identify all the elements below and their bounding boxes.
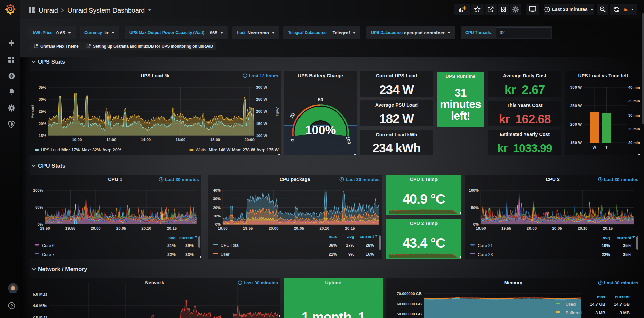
svg-text:19%: 19% [602, 243, 610, 248]
svg-text:User: User [221, 252, 229, 257]
svg-text:20:10: 20:10 [319, 226, 329, 230]
svg-text:19:50: 19:50 [218, 226, 227, 230]
svg-text:14.7 GB: 14.7 GB [614, 302, 630, 307]
svg-text:Buffered: Buffered [566, 311, 582, 315]
svg-text:0%: 0% [37, 222, 43, 226]
svg-text:100%: 100% [469, 188, 479, 192]
svg-text:150 W: 150 W [256, 122, 267, 126]
svg-text:35 min: 35 min [628, 99, 640, 103]
svg-text:19:50: 19:50 [476, 226, 486, 230]
svg-text:22%: 22% [602, 252, 610, 257]
svg-text:20:10: 20:10 [578, 226, 587, 230]
svg-text:20:05: 20:05 [116, 226, 126, 230]
svg-text:Max: 32%: Max: 32% [82, 148, 101, 152]
svg-text:max: max [597, 294, 605, 299]
svg-text:250 W: 250 W [570, 104, 582, 108]
svg-text:current: current [360, 234, 374, 239]
svg-text:39%: 39% [185, 243, 194, 248]
svg-text:Avg: 20%: Avg: 20% [102, 148, 121, 152]
svg-text:33%: 33% [185, 252, 194, 257]
svg-text:15%: 15% [39, 134, 46, 138]
svg-text:0%: 0% [215, 222, 221, 226]
svg-text:38%: 38% [329, 243, 337, 248]
svg-text:28%: 28% [366, 243, 374, 248]
svg-text:Watts: Watts [196, 148, 206, 152]
svg-text:70.000000 GB: 70.000000 GB [397, 292, 422, 296]
svg-text:50.000000 GB: 50.000000 GB [397, 312, 422, 316]
svg-text:19:50: 19:50 [40, 226, 50, 230]
svg-text:300 W: 300 W [256, 85, 267, 89]
svg-text:Min: 17%: Min: 17% [61, 148, 80, 152]
svg-text:22%: 22% [167, 252, 176, 257]
svg-text:CPU Total: CPU Total [221, 243, 239, 248]
svg-text:17%: 17% [346, 243, 354, 248]
svg-text:0%: 0% [473, 222, 479, 226]
svg-text:Watts: Watts [276, 107, 280, 117]
svg-text:100 W: 100 W [256, 134, 267, 138]
svg-text:100%: 100% [33, 188, 43, 192]
svg-text:300 W: 300 W [570, 85, 582, 89]
svg-text:max: max [329, 234, 337, 239]
svg-text:20: 20 [289, 112, 296, 119]
svg-text:14.7 GB: 14.7 GB [590, 302, 605, 307]
svg-text:16%: 16% [366, 252, 374, 257]
svg-text:25%: 25% [39, 109, 46, 113]
svg-text:19:55: 19:55 [65, 226, 76, 230]
svg-text:4.0 MBs: 4.0 MBs [33, 304, 47, 308]
svg-text:20:15: 20:15 [167, 226, 177, 230]
svg-text:6.0 MBs: 6.0 MBs [33, 292, 47, 296]
svg-text:22%: 22% [329, 252, 337, 257]
svg-text:20:05: 20:05 [552, 226, 562, 230]
svg-text:35%: 35% [623, 243, 631, 248]
svg-text:20:00: 20:00 [269, 226, 278, 230]
svg-text:10:00: 10:00 [72, 138, 82, 142]
svg-text:20%: 20% [39, 122, 46, 126]
svg-text:12:00: 12:00 [106, 138, 116, 142]
svg-text:avg: avg [168, 236, 176, 240]
svg-text:14:00: 14:00 [141, 138, 151, 142]
svg-text:40%: 40% [213, 188, 221, 192]
svg-text:20:15: 20:15 [345, 226, 355, 230]
svg-text:20:00: 20:00 [527, 226, 537, 230]
svg-text:current: current [617, 236, 632, 240]
svg-text:UPS Load: UPS Load [41, 148, 60, 152]
svg-text:Percent: Percent [30, 104, 34, 118]
svg-text:20:10: 20:10 [141, 226, 151, 230]
svg-text:Used: Used [566, 302, 576, 307]
svg-text:25 min: 25 min [628, 127, 640, 131]
svg-text:250 W: 250 W [256, 97, 267, 101]
svg-text:Avg: 175 W: Avg: 175 W [256, 148, 279, 152]
svg-text:35%: 35% [39, 85, 46, 89]
svg-text:30%: 30% [213, 197, 221, 201]
svg-text:avg: avg [347, 234, 354, 239]
svg-text:30 min: 30 min [628, 113, 640, 117]
svg-text:19:55: 19:55 [243, 226, 253, 230]
svg-text:10%: 10% [213, 214, 221, 218]
svg-text:Core 7: Core 7 [42, 252, 55, 257]
svg-text:T: T [605, 145, 608, 149]
svg-text:30%: 30% [39, 97, 46, 101]
svg-text:16:00: 16:00 [176, 138, 185, 142]
svg-text:2.0 MBs: 2.0 MBs [33, 315, 47, 318]
svg-text:3 MB: 3 MB [595, 311, 605, 315]
svg-text:current: current [615, 294, 630, 299]
svg-text:3 MB: 3 MB [619, 311, 630, 315]
svg-text:Min: 148 W: Min: 148 W [209, 148, 230, 152]
svg-text:9%: 9% [348, 252, 354, 257]
svg-text:20:05: 20:05 [294, 226, 304, 230]
svg-text:19:55: 19:55 [501, 226, 511, 230]
svg-text:150 W: 150 W [570, 141, 582, 145]
svg-text:W: W [593, 145, 596, 149]
svg-text:40 min: 40 min [628, 85, 640, 89]
svg-text:50%: 50% [35, 205, 43, 209]
svg-text:Core 21: Core 21 [478, 243, 493, 248]
svg-text:current: current [179, 236, 194, 240]
svg-text:50: 50 [318, 97, 323, 102]
svg-text:200 W: 200 W [256, 109, 267, 113]
svg-text:?: ? [10, 303, 13, 308]
svg-text:20:00: 20:00 [91, 226, 100, 230]
svg-text:Max: 278 W: Max: 278 W [232, 148, 255, 152]
svg-text:Core 23: Core 23 [478, 252, 493, 257]
svg-text:35%: 35% [623, 252, 631, 257]
svg-text:100%: 100% [305, 123, 336, 137]
